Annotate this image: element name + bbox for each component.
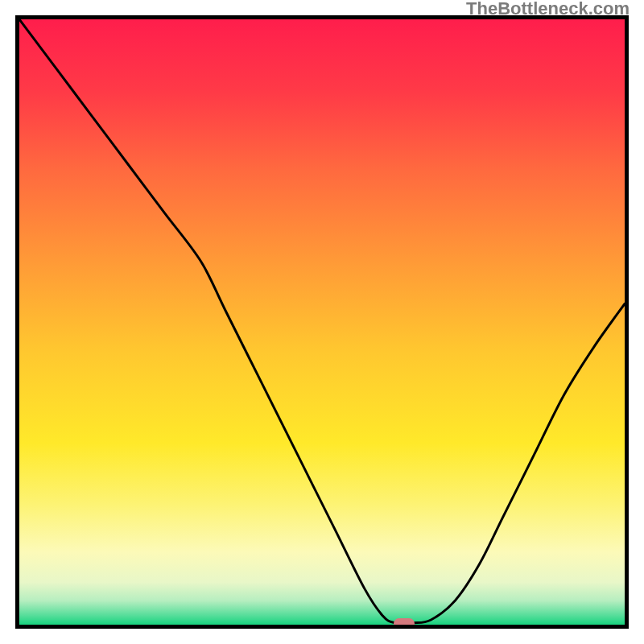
chart-frame: TheBottleneck.com <box>0 0 644 644</box>
bottleneck-curve <box>19 19 625 624</box>
optimal-point-marker <box>394 618 415 629</box>
plot-area <box>15 15 629 629</box>
watermark-text: TheBottleneck.com <box>466 0 630 19</box>
curve-svg <box>19 19 625 625</box>
